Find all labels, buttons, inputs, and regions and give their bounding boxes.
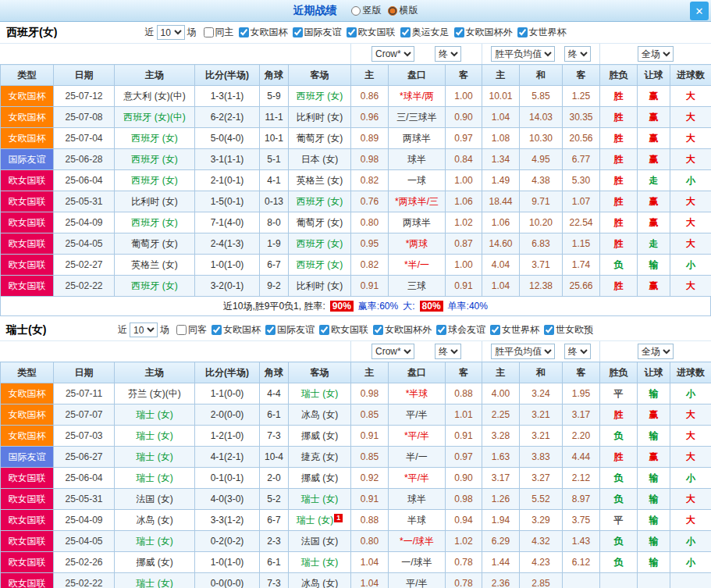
cell: 14.60 [482,233,520,255]
checkbox-input[interactable] [265,325,276,335]
odds-provider-select[interactable]: Crow* [371,344,414,359]
cell: 30.35 [563,107,600,128]
cell: 1.04 [482,107,520,128]
filter-checkbox[interactable]: 女世界杯 [517,26,567,39]
cell: 25-04-09 [54,212,115,233]
scope-select[interactable]: 全场 [638,46,674,62]
cell: 25-05-31 [54,489,115,510]
checkbox-input[interactable] [239,27,249,37]
checkbox-input[interactable] [454,27,464,37]
checkbox-input[interactable] [176,325,187,335]
cell: 0.97 [446,447,482,468]
vertical-layout-radio[interactable]: 竖版 [351,4,382,17]
checkbox-input[interactable] [517,27,528,37]
cell: 欧女国联 [1,552,54,573]
horizontal-layout-radio[interactable]: 横版 [388,4,418,17]
avg-stage-select[interactable]: 终 [564,344,591,359]
scope-select[interactable]: 全场 [638,344,674,359]
filter-checkbox[interactable]: 女欧国杯外 [373,323,432,337]
handicap-stage-select[interactable]: 终 [435,344,461,359]
checkbox-input[interactable] [293,27,303,37]
checkbox-input[interactable] [400,27,411,37]
cell: 英格兰 (女) [115,255,195,276]
filter-checkbox[interactable]: 国际友谊 [265,323,315,337]
cell: 英格兰 (女) [289,170,351,191]
cell: 0.89 [351,128,389,149]
cell: 输 [638,552,670,573]
filter-checkbox[interactable]: 欧女国联 [319,323,368,337]
table-row: 欧女国联25-06-04西班牙 (女)2-1(0-1)4-1英格兰 (女)0.8… [1,170,711,191]
cell: 西班牙 (女) [115,128,195,149]
checkbox-input[interactable] [436,325,446,335]
cell: 球半 [389,149,446,170]
cell: 负 [600,531,638,552]
filter-checkbox[interactable]: 欧女国联 [347,26,396,39]
filter-checkbox[interactable]: 球会友谊 [436,323,485,337]
match-count-select[interactable]: 10 [130,323,158,337]
cell: 大 [670,510,711,531]
table-row: 国际友谊25-06-27瑞士 (女)4-1(2-1)10-4捷克 (女)0.85… [1,447,711,468]
cell [638,573,670,588]
checkbox-label: 欧女国联 [331,323,368,337]
team-title: 瑞士(女) [6,323,46,337]
cell: 3.17 [482,468,520,489]
cell: 女欧国杯 [1,404,54,426]
checkbox-input[interactable] [319,325,329,335]
avg-stage-select[interactable]: 终 [564,46,591,62]
cell: 1-3(1-1) [195,86,260,107]
filter-checkbox[interactable]: 同客 [176,323,207,337]
cell: 半球 [389,510,446,531]
match-count-select[interactable]: 10 [157,25,185,40]
filter-checkbox[interactable]: 女欧国杯外 [454,26,513,39]
odds-provider-select[interactable]: Crow* [371,46,414,62]
cell: 0.91 [446,276,482,297]
select-row-spacer [0,44,350,64]
filter-checkbox[interactable]: 国际友谊 [293,26,342,39]
filter-checkbox[interactable]: 女欧国杯 [212,323,261,337]
cell: 1.95 [563,383,600,404]
close-button[interactable]: ✕ [690,2,709,20]
filter-checkbox[interactable]: 女世界杯 [490,323,539,337]
checkbox-input[interactable] [347,27,357,37]
cell: 女欧国杯 [1,383,54,404]
cell: 负 [600,255,638,276]
team-title: 西班牙(女) [6,26,57,40]
checkbox-input[interactable] [204,27,214,37]
odds-select-row: Crow* 终 胜平负均值 终 全场 [0,43,711,64]
checkbox-input[interactable] [490,325,500,335]
cell: 三/三球半 [389,107,446,128]
cell: 两球半 [389,128,446,149]
summary-part: 赢率:60% [358,300,398,313]
cell: 胜 [600,86,638,107]
avg-odds-select[interactable]: 胜平负均值 [491,344,555,359]
avg-odds-select[interactable]: 胜平负均值 [491,46,555,62]
checkbox-input[interactable] [373,325,383,335]
table-row: 欧女国联25-02-22西班牙 (女)3-2(0-1)9-2比利时 (女)0.9… [1,276,711,297]
filter-checkbox[interactable]: 世女欧预 [544,323,593,337]
column-header: 客 [446,362,482,383]
league-filter-checkboxes: 同客女欧国杯国际友谊欧女国联女欧国杯外球会友谊女世界杯世女欧预 [172,323,593,337]
cell: 西班牙 (女) [289,86,351,107]
vertical-radio-label: 竖版 [363,4,382,17]
cell: 2-4(1-3) [195,233,260,255]
horizontal-radio-input[interactable] [388,6,397,16]
handicap-stage-select[interactable]: 终 [435,46,461,62]
column-header: 让球 [638,65,670,86]
column-header: 客 [563,65,600,86]
checkbox-input[interactable] [212,325,222,335]
cell: 瑞士 (女) [289,383,351,404]
table-row: 欧女国联25-04-05瑞士 (女)0-2(0-2)2-3法国 (女)0.80*… [1,531,711,552]
cell: 平 [600,383,638,404]
filter-checkbox[interactable]: 奥运女足 [400,26,450,39]
cell: 0-2(0-2) [195,531,260,552]
cell: 平 [600,510,638,531]
cell: 大 [670,107,711,128]
cell: 2-3 [260,531,289,552]
cell: 1.49 [482,170,520,191]
cell: 赢 [638,404,670,426]
filter-checkbox[interactable]: 女欧国杯 [239,26,288,39]
checkbox-input[interactable] [544,325,554,335]
checkbox-label: 女欧国杯外 [385,323,432,337]
filter-checkbox[interactable]: 同主 [204,26,234,39]
vertical-radio-input[interactable] [351,6,361,16]
